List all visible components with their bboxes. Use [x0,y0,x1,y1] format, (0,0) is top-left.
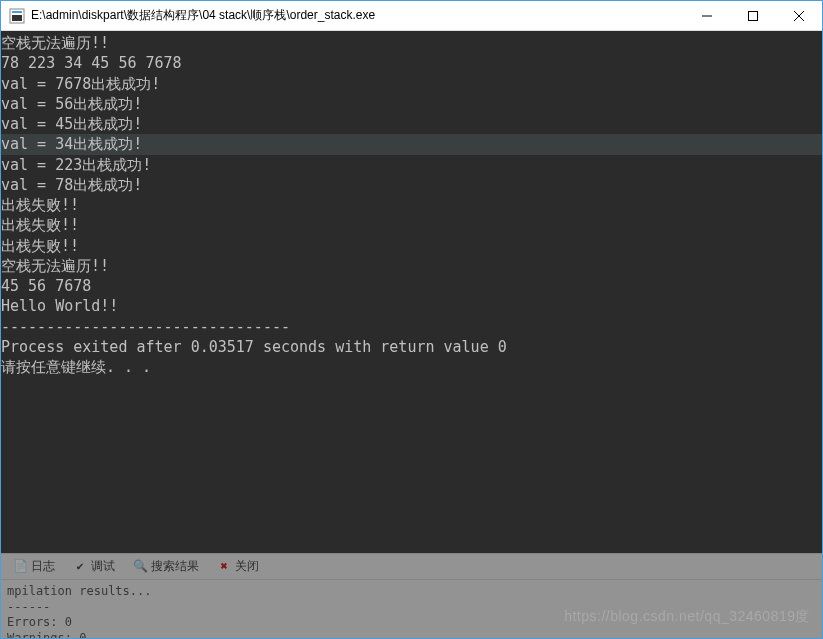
compile-errors: Errors: 0 [7,615,816,631]
console-line: 出栈失败!! [1,195,822,215]
compile-warnings: Warnings: 0 [7,631,816,638]
tab-log[interactable]: 📄 日志 [5,556,63,576]
tab-log-label: 日志 [31,558,55,574]
console-line: val = 78出栈成功! [1,175,822,195]
console-output[interactable]: 空栈无法遍历!!78 223 34 45 56 7678val = 7678出栈… [1,31,822,638]
console-line: 45 56 7678 [1,276,822,296]
console-line: val = 56出栈成功! [1,94,822,114]
minimize-button[interactable] [684,1,730,30]
close-button[interactable] [776,1,822,30]
svg-rect-2 [12,15,22,21]
console-line: 78 223 34 45 56 7678 [1,53,822,73]
console-line: 出栈失败!! [1,236,822,256]
bottom-content: mpilation results... ------ Errors: 0 Wa… [1,580,822,638]
console-line: val = 223出栈成功! [1,155,822,175]
compile-line1: mpilation results... [7,584,816,600]
tab-close-label: 关闭 [235,558,259,574]
compile-line2: ------ [7,600,816,616]
search-icon: 🔍 [133,560,147,574]
console-line: Hello World!! [1,296,822,316]
console-line: val = 45出栈成功! [1,114,822,134]
bottom-panel: 📄 日志 ✔ 调试 🔍 搜索结果 ✖ 关闭 mpilation results.… [1,553,822,638]
maximize-button[interactable] [730,1,776,30]
console-line: 出栈失败!! [1,215,822,235]
window-controls [684,1,822,30]
svg-rect-4 [749,11,758,20]
console-line: -------------------------------- [1,317,822,337]
console-line: 空栈无法遍历!! [1,256,822,276]
tab-close[interactable]: ✖ 关闭 [209,556,267,576]
tab-search-label: 搜索结果 [151,558,199,574]
check-icon: ✔ [73,560,87,574]
close-icon: ✖ [217,560,231,574]
tab-search[interactable]: 🔍 搜索结果 [125,556,207,576]
app-icon [9,8,25,24]
console-line: val = 34出栈成功! [1,134,822,154]
app-window: E:\admin\diskpart\数据结构程序\04 stack\顺序栈\or… [0,0,823,639]
console-line: Process exited after 0.03517 seconds wit… [1,337,822,357]
console-line: 空栈无法遍历!! [1,33,822,53]
console-line: val = 7678出栈成功! [1,74,822,94]
tab-debug[interactable]: ✔ 调试 [65,556,123,576]
console-line: 请按任意键继续. . . [1,357,822,377]
bottom-tabs: 📄 日志 ✔ 调试 🔍 搜索结果 ✖ 关闭 [1,554,822,580]
tab-debug-label: 调试 [91,558,115,574]
window-title: E:\admin\diskpart\数据结构程序\04 stack\顺序栈\or… [31,7,684,24]
titlebar: E:\admin\diskpart\数据结构程序\04 stack\顺序栈\or… [1,1,822,31]
svg-rect-1 [12,11,22,13]
log-icon: 📄 [13,560,27,574]
